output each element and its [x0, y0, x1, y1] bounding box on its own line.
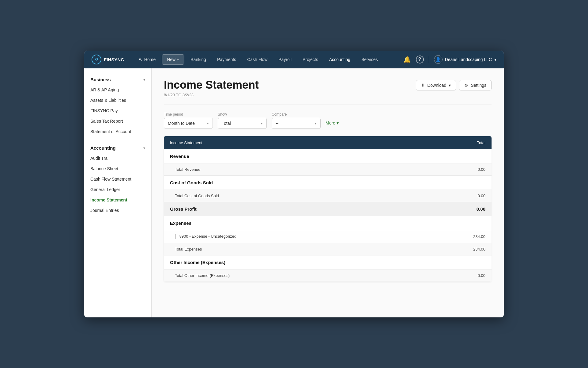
page-title-area: Income Statement 8/1/23 TO 8/2/23 [164, 78, 259, 97]
total-expenses-row: Total Expenses 234.00 [164, 243, 492, 255]
sidebar-item-audit-trail[interactable]: Audit Trail [84, 153, 151, 163]
download-icon: ⬇ [421, 83, 425, 88]
download-button[interactable]: ⬇ Download ▾ [416, 80, 456, 90]
sidebar-business-section: Business ▾ AR & AP Aging Assets & Liabil… [84, 75, 151, 137]
page-title: Income Statement [164, 78, 259, 91]
home-arrow-icon: ↖ [139, 57, 142, 62]
nav-cashflow[interactable]: Cash Flow [242, 55, 272, 64]
sidebar: Business ▾ AR & AP Aging Assets & Liabil… [84, 68, 152, 317]
compare-filter: Compare -- ▾ [272, 112, 321, 129]
time-period-chevron-icon: ▾ [207, 121, 209, 125]
nav-accounting[interactable]: Accounting [324, 55, 355, 64]
nav-divider [429, 56, 429, 63]
sidebar-item-general-ledger[interactable]: General Ledger [84, 184, 151, 195]
total-cogs-row: Total Cost of Goods Sold 0.00 [164, 190, 492, 202]
page-header: Income Statement 8/1/23 TO 8/2/23 ⬇ Down… [164, 78, 492, 97]
settings-button[interactable]: ⚙ Settings [459, 80, 492, 90]
settings-gear-icon: ⚙ [464, 83, 468, 88]
notification-icon[interactable]: 🔔 [403, 56, 411, 63]
top-nav: ↺ FINSYNC ↖ Home New + Banking Payments … [84, 51, 504, 68]
sidebar-item-journal-entries[interactable]: Journal Entries [84, 205, 151, 216]
nav-banking[interactable]: Banking [186, 55, 211, 64]
compare-select[interactable]: -- ▾ [272, 118, 321, 129]
main-content: Income Statement 8/1/23 TO 8/2/23 ⬇ Down… [152, 68, 504, 317]
filters-row: Time period Month to Date ▾ Show Total ▾… [164, 112, 492, 129]
sidebar-item-assets-liabilities[interactable]: Assets & Liabilities [84, 95, 151, 105]
sidebar-accounting-section: Accounting ▾ Audit Trail Balance Sheet C… [84, 143, 151, 216]
time-period-filter: Time period Month to Date ▾ [164, 112, 213, 129]
sidebar-item-income-statement[interactable]: Income Statement [84, 195, 151, 205]
sidebar-item-finsync-pay[interactable]: FINSYNC Pay [84, 105, 151, 116]
show-filter: Show Total ▾ [218, 112, 267, 129]
nav-home[interactable]: ↖ Home [134, 55, 160, 64]
show-chevron-icon: ▾ [261, 121, 263, 125]
time-period-select[interactable]: Month to Date ▾ [164, 118, 213, 129]
sidebar-accounting-header[interactable]: Accounting ▾ [84, 143, 151, 153]
top-nav-right: 🔔 ? 👤 Deans Landscaping LLC ▾ [403, 55, 496, 64]
sidebar-item-statement-of-account[interactable]: Statement of Account [84, 126, 151, 137]
table-header-name: Income Statement [164, 136, 403, 149]
more-link[interactable]: More ▾ [326, 121, 339, 125]
app-window: ↺ FINSYNC ↖ Home New + Banking Payments … [84, 51, 504, 317]
user-avatar: 👤 [434, 55, 443, 64]
section-revenue: Revenue [164, 149, 492, 163]
show-select[interactable]: Total ▾ [218, 118, 267, 129]
nav-projects[interactable]: Projects [298, 55, 323, 64]
expense-item-row: 8900 - Expense - Uncategorized 234.00 [164, 230, 492, 243]
sidebar-item-balance-sheet[interactable]: Balance Sheet [84, 163, 151, 174]
sidebar-business-header[interactable]: Business ▾ [84, 75, 151, 85]
gross-profit-row: Gross Profit 0.00 [164, 202, 492, 216]
logo: ↺ FINSYNC [92, 55, 124, 64]
accounting-chevron-icon: ▾ [143, 146, 145, 150]
total-revenue-row: Total Revenue 0.00 [164, 163, 492, 176]
header-actions: ⬇ Download ▾ ⚙ Settings [416, 80, 492, 90]
download-chevron-icon: ▾ [449, 83, 451, 88]
report-table: Income Statement Total Revenue Total Rev… [164, 136, 492, 282]
sidebar-item-cash-flow[interactable]: Cash Flow Statement [84, 174, 151, 184]
sidebar-item-sales-tax[interactable]: Sales Tax Report [84, 116, 151, 126]
business-chevron-icon: ▾ [143, 78, 145, 82]
main-layout: Business ▾ AR & AP Aging Assets & Liabil… [84, 68, 504, 317]
section-expenses: Expenses [164, 216, 492, 230]
more-chevron-icon: ▾ [337, 121, 339, 125]
header-divider [164, 105, 492, 105]
nav-new[interactable]: New + [162, 54, 184, 65]
section-cogs: Cost of Goods Sold [164, 176, 492, 190]
section-other-income: Other Income (Expenses) [164, 255, 492, 269]
nav-payroll[interactable]: Payroll [273, 55, 296, 64]
sidebar-item-ar-ap-aging[interactable]: AR & AP Aging [84, 85, 151, 95]
main-nav: ↖ Home New + Banking Payments Cash Flow … [134, 54, 403, 65]
row-bar [175, 234, 176, 239]
total-other-income-row: Total Other Income (Expenses) 0.00 [164, 269, 492, 282]
help-icon[interactable]: ? [416, 56, 424, 63]
nav-services[interactable]: Services [356, 55, 383, 64]
user-menu[interactable]: 👤 Deans Landscaping LLC ▾ [434, 55, 496, 64]
table-header: Income Statement Total [164, 136, 492, 149]
table-header-total: Total [403, 136, 492, 149]
nav-payments[interactable]: Payments [212, 55, 241, 64]
compare-chevron-icon: ▾ [315, 121, 317, 125]
page-subtitle: 8/1/23 TO 8/2/23 [164, 93, 259, 97]
logo-icon: ↺ [92, 55, 101, 64]
